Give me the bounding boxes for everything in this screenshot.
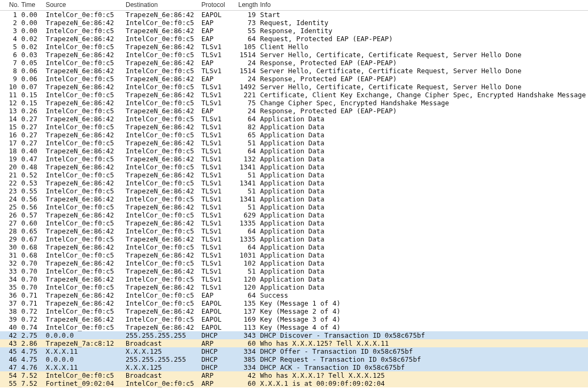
cell-time: 0.27 — [21, 123, 46, 131]
packet-row[interactable]: 160.27TrapezeN_6e:86:42IntelCor_0e:f0:c5… — [0, 131, 588, 139]
cell-source: TrapezeN_6e:86:42 — [45, 211, 126, 219]
cell-no: 37 — [0, 299, 21, 307]
packet-row[interactable]: 422.750.0.0.0255.255.255.255DHCP343DHCP … — [0, 331, 588, 339]
packet-row[interactable]: 360.71TrapezeN_6e:86:42IntelCor_0e:f0:c5… — [0, 291, 588, 299]
packet-row[interactable]: 90.06IntelCor_0e:f0:c5TrapezeN_6e:86:42E… — [0, 75, 588, 83]
cell-no: 6 — [0, 51, 21, 59]
packet-row[interactable]: 150.27IntelCor_0e:f0:c5TrapezeN_6e:86:42… — [0, 123, 588, 131]
packet-row[interactable]: 190.47IntelCor_0e:f0:c5TrapezeN_6e:86:42… — [0, 155, 588, 163]
cell-time: 0.70 — [21, 283, 46, 291]
packet-row[interactable]: 280.65TrapezeN_6e:86:42IntelCor_0e:f0:c5… — [0, 227, 588, 235]
column-header-source[interactable]: Source — [45, 0, 126, 11]
cell-source: TrapezeN_6e:86:42 — [45, 147, 126, 155]
packet-list-header[interactable]: No. Time Source Destination Protocol Len… — [0, 0, 588, 11]
packet-row[interactable]: 100.07TrapezeN_6e:86:42IntelCor_0e:f0:c5… — [0, 83, 588, 91]
cell-time: 0.53 — [21, 179, 46, 187]
packet-row[interactable]: 210.52IntelCor_0e:f0:c5TrapezeN_6e:86:42… — [0, 171, 588, 179]
cell-source: TrapezeN_6e:86:42 — [45, 275, 126, 283]
cell-no: 32 — [0, 259, 21, 267]
packet-row[interactable]: 130.26IntelCor_0e:f0:c5TrapezeN_6e:86:42… — [0, 107, 588, 115]
packet-row[interactable]: 70.05IntelCor_0e:f0:c5TrapezeN_6e:86:42E… — [0, 59, 588, 67]
cell-no: 18 — [0, 147, 21, 155]
packet-row[interactable]: 270.60IntelCor_0e:f0:c5TrapezeN_6e:86:42… — [0, 219, 588, 227]
packet-row[interactable]: 400.74IntelCor_0e:f0:c5TrapezeN_6e:86:42… — [0, 323, 588, 331]
column-header-length[interactable]: Length — [235, 0, 260, 11]
cell-destination: TrapezeN_6e:86:42 — [126, 27, 202, 35]
packet-list-table: No. Time Source Destination Protocol Len… — [0, 0, 588, 387]
column-header-info[interactable]: Info — [260, 0, 588, 11]
packet-row[interactable]: 454.75 X.X.X.11 X.X.X.125DHCP334DHCP Off… — [0, 347, 588, 355]
cell-no: 8 — [0, 67, 21, 75]
packet-row[interactable]: 220.53TrapezeN_6e:86:42IntelCor_0e:f0:c5… — [0, 179, 588, 187]
packet-row[interactable]: 60.03TrapezeN_6e:86:42IntelCor_0e:f0:c5T… — [0, 51, 588, 59]
packet-row[interactable]: 340.70TrapezeN_6e:86:42IntelCor_0e:f0:c5… — [0, 275, 588, 283]
column-header-destination[interactable]: Destination — [126, 0, 202, 11]
packet-row[interactable]: 300.68TrapezeN_6e:86:42IntelCor_0e:f0:c5… — [0, 243, 588, 251]
cell-destination: TrapezeN_6e:86:42 — [126, 187, 202, 195]
cell-time: 0.71 — [21, 291, 46, 299]
cell-no: 27 — [0, 219, 21, 227]
cell-protocol: EAPOL — [202, 11, 235, 19]
packet-row[interactable]: 80.06TrapezeN_6e:86:42IntelCor_0e:f0:c5T… — [0, 67, 588, 75]
cell-info: Application Data — [260, 115, 588, 123]
cell-time: 0.65 — [21, 227, 46, 235]
cell-info: Application Data — [260, 267, 588, 275]
column-header-protocol[interactable]: Protocol — [202, 0, 235, 11]
cell-time: 4.76 — [21, 363, 46, 371]
packet-row[interactable]: 390.72TrapezeN_6e:86:42IntelCor_0e:f0:c5… — [0, 315, 588, 323]
packet-row[interactable]: 50.02IntelCor_0e:f0:c5TrapezeN_6e:86:42T… — [0, 43, 588, 51]
packet-row[interactable]: 10.00IntelCor_0e:f0:c5TrapezeN_6e:86:42E… — [0, 11, 588, 19]
cell-info: Application Data — [260, 131, 588, 139]
packet-row[interactable]: 547.52IntelCor_0e:f0:c5BroadcastARP42Who… — [0, 371, 588, 379]
column-header-no[interactable]: No. — [0, 0, 21, 11]
cell-no: 35 — [0, 283, 21, 291]
packet-row[interactable]: 240.56TrapezeN_6e:86:42IntelCor_0e:f0:c5… — [0, 195, 588, 203]
cell-source: TrapezeN_6e:86:42 — [45, 315, 126, 323]
packet-row[interactable]: 464.750.0.0.0255.255.255.255DHCP385DHCP … — [0, 355, 588, 363]
packet-row[interactable]: 290.67IntelCor_0e:f0:c5TrapezeN_6e:86:42… — [0, 235, 588, 243]
cell-info: Application Data — [260, 259, 588, 267]
cell-destination: IntelCor_0e:f0:c5 — [126, 147, 202, 155]
packet-row[interactable]: 310.68IntelCor_0e:f0:c5TrapezeN_6e:86:42… — [0, 251, 588, 259]
packet-row[interactable]: 432.86TrapezeN_7a:c8:12BroadcastARP60Who… — [0, 339, 588, 347]
cell-length: 385 — [235, 355, 260, 363]
packet-row[interactable]: 320.70TrapezeN_6e:86:42IntelCor_0e:f0:c5… — [0, 259, 588, 267]
cell-length: 1341 — [235, 163, 260, 171]
packet-row[interactable]: 140.27TrapezeN_6e:86:42IntelCor_0e:f0:c5… — [0, 115, 588, 123]
packet-row[interactable]: 40.02TrapezeN_6e:86:42IntelCor_0e:f0:c5E… — [0, 35, 588, 43]
packet-row[interactable]: 250.56IntelCor_0e:f0:c5TrapezeN_6e:86:42… — [0, 203, 588, 211]
cell-destination: TrapezeN_6e:86:42 — [126, 283, 202, 291]
packet-row[interactable]: 380.72IntelCor_0e:f0:c5TrapezeN_6e:86:42… — [0, 307, 588, 315]
cell-info: Application Data — [260, 235, 588, 243]
packet-row[interactable]: 170.27IntelCor_0e:f0:c5TrapezeN_6e:86:42… — [0, 139, 588, 147]
column-header-time[interactable]: Time — [21, 0, 46, 11]
cell-info: Who has X.X.X.1? Tell X.X.X.125 — [260, 371, 588, 379]
packet-row[interactable]: 20.00TrapezeN_6e:86:42IntelCor_0e:f0:c5E… — [0, 19, 588, 27]
packet-row[interactable]: 180.40TrapezeN_6e:86:42IntelCor_0e:f0:c5… — [0, 147, 588, 155]
packet-row[interactable]: 350.70IntelCor_0e:f0:c5TrapezeN_6e:86:42… — [0, 283, 588, 291]
cell-length: 24 — [235, 59, 260, 67]
packet-row[interactable]: 370.71TrapezeN_6e:86:42IntelCor_0e:f0:c5… — [0, 299, 588, 307]
packet-row[interactable]: 200.48TrapezeN_6e:86:42IntelCor_0e:f0:c5… — [0, 163, 588, 171]
cell-length: 51 — [235, 187, 260, 195]
packet-row[interactable]: 260.57TrapezeN_6e:86:42IntelCor_0e:f0:c5… — [0, 211, 588, 219]
cell-time: 7.52 — [21, 371, 46, 379]
cell-destination: IntelCor_0e:f0:c5 — [126, 291, 202, 299]
cell-info: Application Data — [260, 163, 588, 171]
packet-row[interactable]: 230.55IntelCor_0e:f0:c5TrapezeN_6e:86:42… — [0, 187, 588, 195]
packet-row[interactable]: 120.15TrapezeN_6e:86:42IntelCor_0e:f0:c5… — [0, 99, 588, 107]
cell-length: 1335 — [235, 235, 260, 243]
cell-time: 0.71 — [21, 299, 46, 307]
cell-length: 75 — [235, 99, 260, 107]
cell-time: 0.47 — [21, 155, 46, 163]
cell-info: Application Data — [260, 243, 588, 251]
packet-row[interactable]: 110.15IntelCor_0e:f0:c5TrapezeN_6e:86:42… — [0, 91, 588, 99]
packet-row[interactable]: 30.00IntelCor_0e:f0:c5TrapezeN_6e:86:42E… — [0, 27, 588, 35]
cell-length: 1492 — [235, 83, 260, 91]
cell-source: IntelCor_0e:f0:c5 — [45, 155, 126, 163]
cell-length: 334 — [235, 363, 260, 371]
cell-no: 42 — [0, 331, 21, 339]
packet-row[interactable]: 330.70IntelCor_0e:f0:c5TrapezeN_6e:86:42… — [0, 267, 588, 275]
packet-row[interactable]: 557.52Fortinet_09:02:04IntelCor_0e:f0:c5… — [0, 379, 588, 387]
packet-row[interactable]: 474.76 X.X.X.11 X.X.X.125DHCP334DHCP ACK… — [0, 363, 588, 371]
